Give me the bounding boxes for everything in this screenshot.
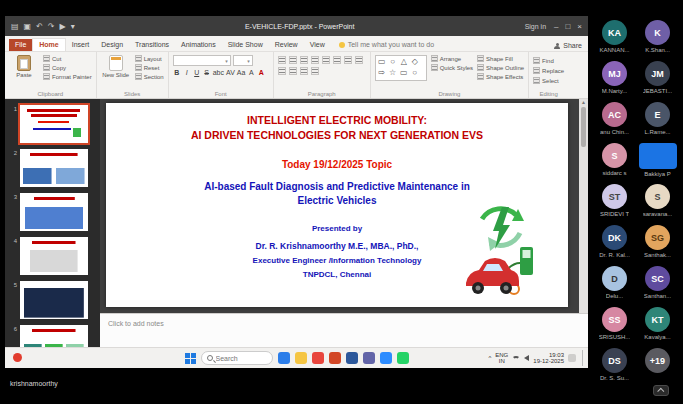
chrome-icon[interactable] [312, 352, 324, 364]
file-explorer-icon[interactable] [295, 352, 307, 364]
slide-scrollbar[interactable]: ▲ [579, 99, 588, 313]
format-painter-button[interactable]: Format Painter [43, 73, 92, 80]
tab-transitions[interactable]: Transitions [129, 39, 175, 51]
slide-thumbnail-row[interactable]: 2 [11, 149, 96, 187]
word-icon[interactable] [346, 352, 358, 364]
font-button-6[interactable]: Aa [237, 69, 246, 76]
maximize-icon[interactable]: □ [565, 22, 570, 31]
text-direction-icon[interactable] [333, 56, 341, 64]
layout-button[interactable]: Layout [135, 55, 164, 62]
start-button[interactable] [185, 353, 196, 364]
menu-icon[interactable]: ▤ [11, 22, 19, 31]
slide-thumbnail[interactable] [20, 193, 88, 231]
participant-tile[interactable]: Bakkiya P [637, 143, 678, 182]
participant-tile[interactable]: KAKANNAN... [594, 20, 635, 59]
wifi-icon[interactable] [512, 356, 520, 364]
participant-tile[interactable]: SCSanthan... [637, 266, 678, 305]
arrange-button[interactable]: Arrange [431, 55, 473, 62]
participant-tile[interactable]: DKDr. R. Kal... [594, 225, 635, 264]
shape-icon[interactable]: ◇ [410, 57, 420, 67]
slide-thumbnail[interactable] [20, 281, 88, 319]
participant-tile[interactable]: SGSanthak... [637, 225, 678, 264]
tell-me-box[interactable]: Tell me what you want to do [339, 41, 434, 51]
find-button[interactable]: Find [533, 57, 564, 64]
shape-icon[interactable]: △ [377, 79, 387, 81]
shape-icon[interactable]: ▭ [399, 68, 409, 78]
shape-icon[interactable]: ○ [388, 57, 398, 67]
tab-slide-show[interactable]: Slide Show [222, 39, 269, 51]
line-spacing-icon[interactable] [322, 56, 330, 64]
section-button[interactable]: Section [135, 73, 164, 80]
font-button-1[interactable]: I [183, 69, 191, 76]
share-button[interactable]: Share [554, 42, 582, 49]
powerpoint-icon[interactable] [329, 352, 341, 364]
teams-icon[interactable] [363, 352, 375, 364]
tab-view[interactable]: View [304, 39, 331, 51]
align-left-icon[interactable] [344, 56, 352, 64]
notes-pane[interactable]: Click to add notes [100, 313, 588, 333]
zoom-icon[interactable] [380, 352, 392, 364]
shape-effects-button[interactable]: Shape Effects [477, 73, 524, 80]
language-indicator[interactable]: ENG IN [495, 352, 508, 364]
participant-tile[interactable]: DDelu... [594, 266, 635, 305]
cut-button[interactable]: Cut [43, 55, 92, 62]
font-name-select[interactable]: ▾ [173, 55, 231, 66]
align-right-icon[interactable] [278, 67, 286, 75]
participant-tile[interactable]: KK.Shan... [637, 20, 678, 59]
scroll-up-icon[interactable]: ▲ [581, 99, 586, 105]
shape-outline-button[interactable]: Shape Outline [477, 64, 524, 71]
taskbar-search[interactable] [201, 351, 273, 365]
shape-icon[interactable]: △ [399, 57, 409, 67]
notifications-icon[interactable] [568, 354, 576, 362]
font-button-2[interactable]: U [193, 69, 201, 76]
start-slideshow-icon[interactable]: ▶ [60, 22, 66, 31]
redo-icon[interactable]: ↷ [48, 22, 55, 31]
font-button-3[interactable]: S [203, 69, 211, 76]
slide-thumbnail-row[interactable]: 4 [11, 237, 96, 275]
tab-design[interactable]: Design [95, 39, 129, 51]
volume-icon[interactable] [524, 355, 529, 361]
shape-icon[interactable]: ⇨ [377, 68, 387, 78]
numbering-icon[interactable] [289, 56, 297, 64]
quick-styles-button[interactable]: Quick Styles [431, 64, 473, 71]
show-desktop-button[interactable] [582, 350, 584, 366]
participant-tile[interactable]: ACanu Chin... [594, 102, 635, 141]
font-button-7[interactable]: A [247, 69, 255, 76]
new-slide-button[interactable]: New Slide [101, 55, 131, 78]
font-button-4[interactable]: abc [213, 69, 224, 76]
copy-button[interactable]: Copy [43, 64, 92, 71]
slide-thumbnail[interactable] [20, 105, 88, 143]
participant-tile[interactable]: EL.Rame... [637, 102, 678, 141]
participant-tile[interactable]: +19 [637, 348, 678, 387]
edge-icon[interactable] [278, 352, 290, 364]
tab-insert[interactable]: Insert [66, 39, 96, 51]
clock[interactable]: 19:03 19-12-2025 [533, 352, 564, 365]
paste-button[interactable]: Paste [9, 55, 39, 78]
minimize-icon[interactable]: – [554, 22, 558, 31]
smartart-icon[interactable] [311, 67, 319, 75]
shape-icon[interactable]: ◇ [388, 79, 398, 81]
shape-fill-button[interactable]: Shape Fill [477, 55, 524, 62]
indent-decrease-icon[interactable] [300, 56, 308, 64]
shape-icon[interactable]: ☆ [388, 68, 398, 78]
participant-tile[interactable]: STSRIDEVI T [594, 184, 635, 223]
scrollbar-thumb[interactable] [581, 107, 586, 147]
replace-button[interactable]: Replace [533, 67, 564, 74]
columns-icon[interactable] [300, 67, 308, 75]
undo-icon[interactable]: ↶ [36, 22, 43, 31]
font-button-5[interactable]: AV [226, 69, 235, 76]
font-size-select[interactable]: ▾ [233, 55, 253, 66]
align-center-icon[interactable] [355, 56, 363, 64]
search-input[interactable] [216, 355, 266, 362]
participant-tile[interactable]: Ssiddarc s [594, 143, 635, 182]
save-icon[interactable]: ▣ [24, 22, 32, 31]
bullets-icon[interactable] [278, 56, 286, 64]
participant-tile[interactable]: KTKavalya... [637, 307, 678, 346]
sign-in-button[interactable]: Sign in [525, 23, 546, 30]
close-icon[interactable]: × [577, 22, 582, 31]
participant-tile[interactable]: MJM.Narty... [594, 61, 635, 100]
justify-icon[interactable] [289, 67, 297, 75]
meeting-controls-button[interactable] [653, 385, 669, 396]
tab-review[interactable]: Review [269, 39, 304, 51]
font-button-8[interactable]: A [257, 69, 265, 76]
